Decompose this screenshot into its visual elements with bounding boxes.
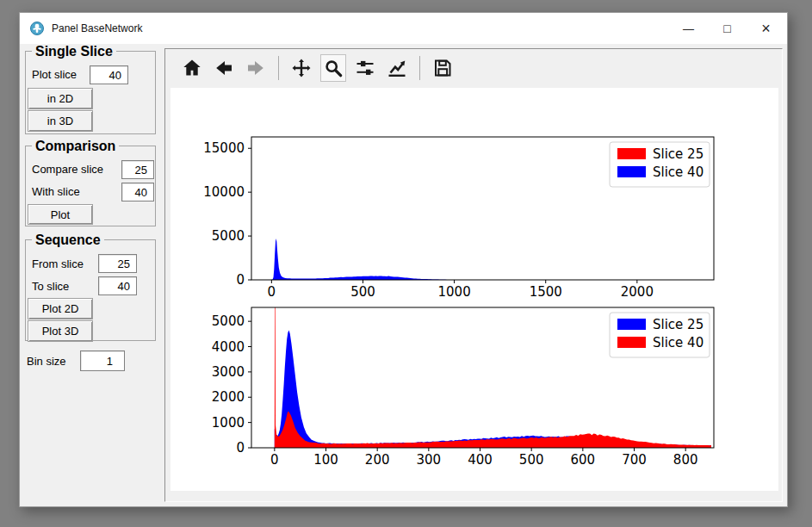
edit-axes-button[interactable] [384, 54, 410, 82]
in-3d-button[interactable]: in 3D [28, 110, 93, 132]
legend: Slice 25Slice 40 [610, 142, 710, 187]
toolbar-separator [419, 56, 420, 80]
title-bar[interactable]: Panel BaseNetwork — □ × [20, 13, 787, 44]
svg-text:Slice 40: Slice 40 [653, 335, 704, 350]
window-controls: — □ × [669, 13, 785, 44]
svg-text:400: 400 [468, 452, 493, 468]
axis-ticks: 0500100015002000050001000015000 [203, 140, 654, 300]
bottom-histogram: 0100200300400500600700800010002000300040… [212, 307, 714, 468]
svg-text:1500: 1500 [530, 284, 562, 300]
svg-text:300: 300 [417, 452, 442, 468]
compare-slice-input[interactable] [121, 160, 154, 179]
zoom-icon [323, 58, 344, 78]
pan-button[interactable] [288, 54, 314, 82]
sliders-icon [355, 58, 375, 78]
svg-text:0: 0 [236, 440, 245, 456]
svg-text:800: 800 [673, 452, 698, 468]
home-button[interactable] [179, 54, 205, 82]
from-slice-label: From slice [32, 257, 84, 270]
bin-size-input[interactable] [80, 350, 125, 371]
forward-button[interactable] [243, 54, 269, 82]
svg-text:1000: 1000 [438, 284, 471, 300]
plot-slice-label: Plot slice [32, 68, 77, 81]
svg-text:700: 700 [622, 452, 647, 468]
plot-button[interactable]: Plot [28, 204, 93, 225]
plot-2d-button[interactable]: Plot 2D [28, 298, 93, 319]
svg-text:5000: 5000 [212, 313, 245, 329]
compare-slice-label: Compare slice [32, 163, 103, 176]
svg-text:0: 0 [236, 272, 245, 288]
svg-text:2000: 2000 [621, 284, 654, 300]
close-button[interactable]: × [747, 13, 785, 44]
to-slice-label: To slice [32, 280, 69, 293]
svg-text:3000: 3000 [212, 364, 245, 380]
top-histogram: 0500100015002000050001000015000Slice 25S… [203, 137, 714, 300]
in-2d-button[interactable]: in 2D [28, 88, 93, 109]
svg-text:600: 600 [571, 452, 596, 468]
histograms-figure[interactable]: 0500100015002000050001000015000Slice 25S… [170, 88, 778, 491]
comparison-title: Comparison [32, 139, 119, 154]
app-window: Panel BaseNetwork — □ × Single Slice Plo… [19, 12, 788, 507]
home-icon [182, 58, 202, 78]
pan-icon [291, 58, 312, 78]
svg-text:4000: 4000 [212, 339, 245, 355]
line-chart-icon [387, 58, 407, 78]
back-button[interactable] [211, 54, 237, 82]
svg-text:15000: 15000 [203, 140, 245, 156]
minimize-button[interactable]: — [669, 13, 708, 44]
svg-text:500: 500 [350, 284, 375, 300]
svg-text:5000: 5000 [212, 228, 245, 244]
from-slice-input[interactable] [98, 254, 137, 273]
app-icon [30, 22, 44, 35]
svg-text:0: 0 [268, 284, 276, 300]
save-button[interactable] [430, 54, 456, 82]
with-slice-input[interactable] [121, 183, 154, 202]
svg-text:200: 200 [365, 452, 390, 468]
to-slice-input[interactable] [98, 276, 137, 295]
back-arrow-icon [214, 58, 234, 78]
figure-canvas[interactable]: 0500100015002000050001000015000Slice 25S… [170, 88, 778, 491]
matplotlib-toolbar [165, 49, 782, 87]
svg-text:100: 100 [313, 452, 338, 468]
with-slice-label: With slice [32, 185, 80, 198]
window-title: Panel BaseNetwork [52, 13, 142, 44]
svg-text:Slice 25: Slice 25 [653, 146, 704, 162]
sequence-title: Sequence [32, 232, 104, 248]
series-slice-40 [271, 239, 456, 280]
svg-text:Slice 40: Slice 40 [653, 164, 704, 180]
svg-text:0: 0 [270, 452, 279, 468]
svg-text:2000: 2000 [212, 389, 245, 405]
plot-panel: 0500100015002000050001000015000Slice 25S… [164, 48, 783, 502]
svg-text:Slice 25: Slice 25 [653, 317, 704, 332]
forward-arrow-icon [245, 58, 266, 78]
svg-text:10000: 10000 [203, 184, 245, 200]
svg-text:1000: 1000 [212, 415, 245, 431]
configure-subplots-button[interactable] [352, 54, 378, 82]
single-slice-title: Single Slice [32, 44, 116, 59]
svg-text:500: 500 [519, 452, 544, 468]
toolbar-separator [278, 56, 279, 80]
zoom-button[interactable] [320, 54, 346, 82]
save-icon [432, 58, 453, 78]
bin-size-label: Bin size [27, 355, 66, 368]
plot-slice-input[interactable] [90, 65, 128, 84]
legend: Slice 25Slice 40 [610, 313, 710, 357]
plot-3d-button[interactable]: Plot 3D [28, 320, 93, 342]
maximize-button[interactable]: □ [708, 13, 747, 44]
